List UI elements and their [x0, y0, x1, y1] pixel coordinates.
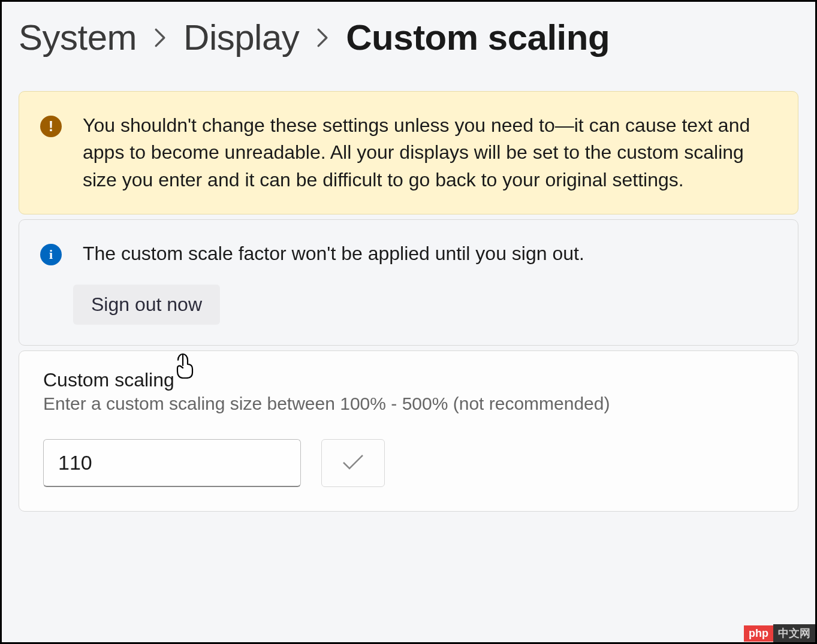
scale-input[interactable] [43, 439, 301, 487]
warning-text: You shouldn't change these settings unle… [83, 112, 774, 193]
custom-scaling-setting: Custom scaling Enter a custom scaling si… [19, 350, 798, 512]
setting-description: Enter a custom scaling size between 100%… [43, 394, 774, 414]
page-title: Custom scaling [346, 17, 610, 58]
info-text: The custom scale factor won't be applied… [83, 240, 584, 267]
watermark-left: php [744, 625, 773, 642]
breadcrumb-system[interactable]: System [19, 17, 137, 58]
info-icon: i [40, 244, 62, 265]
info-banner: i The custom scale factor won't be appli… [19, 219, 798, 345]
checkmark-icon [341, 452, 365, 473]
breadcrumb-display[interactable]: Display [183, 17, 299, 58]
watermark: php 中文网 [744, 624, 815, 642]
breadcrumb: System Display Custom scaling [19, 17, 798, 58]
apply-button[interactable] [321, 439, 385, 487]
setting-title: Custom scaling [43, 369, 774, 391]
sign-out-button[interactable]: Sign out now [73, 285, 220, 325]
chevron-right-icon [316, 28, 329, 48]
warning-banner: ! You shouldn't change these settings un… [19, 91, 798, 214]
chevron-right-icon [153, 28, 167, 48]
warning-icon: ! [40, 116, 62, 137]
watermark-right: 中文网 [773, 624, 815, 642]
